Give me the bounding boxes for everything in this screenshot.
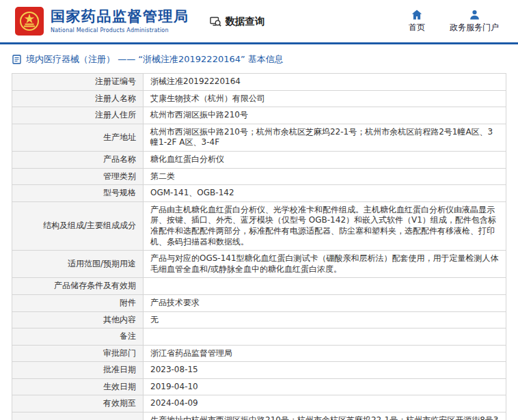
row-label: 生效日期: [12, 378, 144, 395]
row-value: 杭州市西湖区振中路210号；杭州市余杭区芝麻坞22-1号；杭州市余杭区前程路2号…: [144, 124, 506, 151]
row-label: 变更情况: [12, 412, 144, 420]
row-value: 浙江省药品监督管理局: [144, 345, 506, 362]
row-label: 结构及组成/主要组成成分: [12, 201, 144, 250]
row-value: 艾康生物技术（杭州）有限公司: [144, 90, 506, 107]
site-title: 国家药品监督管理局: [51, 9, 189, 25]
table-row: 变更情况 生产地址由杭州市西湖区振中路210号；杭州市余杭区芝麻坞22-1号；杭…: [12, 412, 506, 420]
nmpa-emblem-logo: [15, 7, 44, 36]
table-row: 生效日期 2019-04-10: [12, 378, 506, 395]
table-row: 结构及组成/主要组成成分 产品由主机糖化血红蛋白分析仪、光学校准卡和配件组成。主…: [12, 201, 506, 250]
page: 国家药品监督管理局 National Medical Products Admi…: [0, 0, 518, 420]
document-icon: [12, 55, 21, 64]
table-row: 型号规格 OGM-141、OGB-142: [12, 185, 506, 202]
row-value: 2023-08-15: [144, 362, 506, 379]
row-label: 生产地址: [12, 124, 144, 151]
row-label: 适用范围/预期用途: [12, 251, 144, 278]
site-subtitle: National Medical Products Administration: [51, 27, 189, 33]
row-label: 审批部门: [12, 345, 144, 362]
row-label: 产品储存条件及有效期: [12, 278, 144, 295]
row-value: 第二类: [144, 168, 506, 185]
table-row: 其他内容 无: [12, 311, 506, 328]
data-query-nav[interactable]: 数据查询: [210, 15, 265, 28]
table-row: 生产地址 杭州市西湖区振中路210号；杭州市余杭区芝麻坞22-1号；杭州市余杭区…: [12, 124, 506, 151]
table-row: 产品名称 糖化血红蛋白分析仪: [12, 151, 506, 168]
row-label: 注册人名称: [12, 90, 144, 107]
registration-info-table-wrap: 注册证编号 浙械注准20192220164 注册人名称 艾康生物技术（杭州）有限…: [12, 73, 506, 420]
breadcrumb: 境内医疗器械（注册） —— “浙械注准20192220164” 基本信息: [0, 44, 518, 72]
table-row: 附件 产品技术要求: [12, 294, 506, 311]
breadcrumb-text: 境内医疗器械（注册） —— “浙械注准20192220164” 基本信息: [26, 53, 284, 66]
registration-info-table: 注册证编号 浙械注准20192220164 注册人名称 艾康生物技术（杭州）有限…: [12, 73, 506, 420]
row-value: 2024-04-09: [144, 395, 506, 412]
top-nav: 首页 政务服务门户: [409, 10, 502, 33]
row-value: 产品与对应的OGS-141型糖化血红蛋白测试卡（硼酸亲和层析法）配套使用，用于定…: [144, 251, 506, 278]
row-label: 有效期至: [12, 395, 144, 412]
row-label: 注册证编号: [12, 74, 144, 91]
nav-portal-label: 政务服务门户: [450, 22, 499, 33]
data-query-magnifier-icon: [210, 16, 221, 27]
table-row: 管理类别 第二类: [12, 168, 506, 185]
row-value: 2019-04-10: [144, 378, 506, 395]
row-label: 其他内容: [12, 311, 144, 328]
row-value: 浙械注准20192220164: [144, 74, 506, 91]
row-label: 批准日期: [12, 362, 144, 379]
row-label: 型号规格: [12, 185, 144, 202]
site-header: 国家药品监督管理局 National Medical Products Admi…: [0, 0, 518, 42]
row-value: [144, 328, 506, 346]
table-row: 适用范围/预期用途 产品与对应的OGS-141型糖化血红蛋白测试卡（硼酸亲和层析…: [12, 251, 506, 278]
table-row: 审批部门 浙江省药品监督管理局: [12, 345, 506, 362]
row-label: 管理类别: [12, 168, 144, 185]
nav-portal[interactable]: 政务服务门户: [450, 10, 499, 33]
site-title-block: 国家药品监督管理局 National Medical Products Admi…: [51, 9, 189, 33]
row-value: OGM-141、OGB-142: [144, 185, 506, 202]
row-value: 无: [144, 311, 506, 328]
table-row: 注册人名称 艾康生物技术（杭州）有限公司: [12, 90, 506, 107]
row-label: 附件: [12, 294, 144, 311]
table-row: 注册证编号 浙械注准20192220164: [12, 74, 506, 91]
row-label: 备注: [12, 328, 144, 346]
table-row: 注册人住所 杭州市西湖区振中路210号: [12, 107, 506, 124]
nav-home[interactable]: 首页: [409, 10, 425, 33]
row-value: 糖化血红蛋白分析仪: [144, 151, 506, 168]
table-row: 批准日期 2023-08-15: [12, 362, 506, 379]
home-icon: [411, 10, 422, 20]
row-label: 注册人住所: [12, 107, 144, 124]
table-row: 备注: [12, 328, 506, 346]
table-row: 产品储存条件及有效期: [12, 278, 506, 295]
user-icon: [469, 10, 480, 20]
row-value: 产品技术要求: [144, 294, 506, 311]
row-value: 杭州市西湖区振中路210号: [144, 107, 506, 124]
row-value: 产品由主机糖化血红蛋白分析仪、光学校准卡和配件组成。主机糖化血红蛋白分析仪由液晶…: [144, 201, 506, 250]
table-row: 有效期至 2024-04-09: [12, 395, 506, 412]
row-value: [144, 278, 506, 295]
data-query-label: 数据查询: [226, 15, 265, 28]
row-value: 生产地址由杭州市西湖区振中路210号；杭州市余杭区芝麻坞22-1号；杭州市临安区…: [144, 412, 506, 420]
nav-home-label: 首页: [409, 22, 425, 33]
row-label: 产品名称: [12, 151, 144, 168]
